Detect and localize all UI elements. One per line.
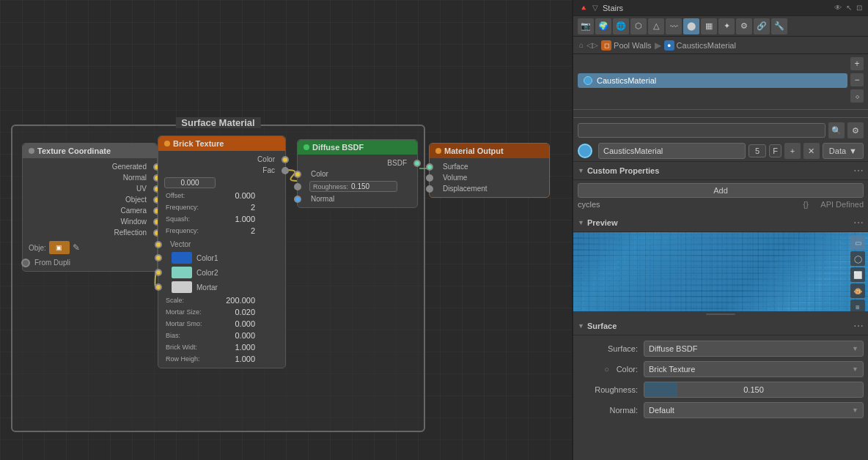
brick-scale-container[interactable]: Scale: 200.000 (163, 296, 258, 305)
brick-row-color-out: Color (158, 154, 285, 165)
surface-dots[interactable]: ⋯ (853, 320, 864, 332)
roughness-value-bar[interactable]: 0.150 (644, 382, 864, 398)
prop-cycles-row: cycles {} API Defined (578, 198, 864, 211)
preview-cube-btn[interactable]: ⬜ (850, 267, 865, 282)
search-area: 🔍 ⚙ (573, 120, 868, 141)
preview-hair-btn[interactable]: ≡ (850, 300, 865, 311)
material-settings-icon[interactable]: ⚙ (847, 122, 864, 138)
add-user-icon[interactable]: + (784, 143, 801, 159)
filter-icon: ▽ (592, 4, 598, 12)
breadcrumb-pool-walls[interactable]: ◻ Pool Walls (601, 40, 652, 51)
socket-brick-mortar-in[interactable] (155, 283, 162, 291)
toolbar-constraints-icon[interactable]: 🔗 (754, 18, 770, 34)
socket-brick-color1-in[interactable] (155, 254, 162, 261)
preview-monkey-btn[interactable]: 🐵 (850, 283, 865, 298)
brick-freq2-container[interactable]: Frequency: 2 (163, 226, 258, 235)
node-material-output[interactable]: Material Output Surface Volume Displacem… (429, 143, 550, 198)
brick-mortar-swatch[interactable] (172, 281, 192, 293)
node-diffuse-header: Diffuse BSDF (298, 140, 417, 155)
socket-brick-color2-in[interactable] (155, 269, 162, 276)
brick-color1-swatch[interactable] (172, 252, 192, 264)
brick-mortarsize-container[interactable]: Mortar Size: 0.020 (163, 308, 258, 316)
tc-row-camera: Camera (23, 205, 157, 216)
toolbar-mesh-icon[interactable]: △ (648, 18, 664, 34)
window-title: Stairs (603, 4, 623, 12)
socket-diffuse-bsdf-out[interactable] (413, 160, 421, 167)
section-preview[interactable]: ▼ Preview ⋯ (573, 214, 868, 232)
toolbar-scene-icon[interactable]: 🌍 (595, 18, 611, 34)
toolbar-particles-icon[interactable]: ✦ (718, 18, 735, 34)
socket-from-dupli[interactable] (21, 259, 30, 267)
tc-object-swatch[interactable]: ▣ (49, 241, 70, 254)
brick-bias-container[interactable]: Bias: 0.000 (163, 331, 258, 340)
remove-material-btn[interactable]: − (850, 73, 864, 86)
socket-matout-volume-in[interactable] (426, 174, 433, 182)
toolbar-curve-icon[interactable]: 〰 (666, 18, 682, 34)
node-diffuse-bsdf[interactable]: Diffuse BSDF BSDF Color Roughness: 0.150… (297, 139, 418, 208)
socket-diffuse-roughness-in[interactable] (294, 183, 301, 190)
add-prop-btn[interactable]: Add (578, 183, 864, 198)
socket-brick-color-out[interactable] (282, 156, 289, 163)
tc-eyedropper-icon[interactable]: ✎ (73, 242, 80, 253)
socket-brick-vector-in[interactable] (155, 241, 162, 248)
toolbar-material-icon[interactable]: ⬤ (683, 18, 699, 34)
socket-diffuse-normal-in[interactable] (294, 196, 301, 203)
maximize-icon[interactable]: ⊡ (856, 4, 862, 12)
preview-plane-btn[interactable]: ▭ (850, 235, 865, 250)
surface-prop-label: Surface: (578, 344, 644, 353)
material-name-input[interactable] (598, 143, 746, 159)
brick-offset-field[interactable]: 0.000 (164, 177, 216, 188)
delete-material-btn[interactable]: ✕ (803, 143, 820, 159)
toolbar-texture-icon[interactable]: ▦ (701, 18, 717, 34)
surface-tri-icon: ▼ (578, 322, 584, 330)
socket-diffuse-color-in[interactable] (294, 171, 301, 178)
preview-sphere-btn[interactable]: ◯ (850, 251, 865, 266)
toolbar-render-icon[interactable]: 📷 (578, 18, 594, 34)
color-value-dropdown[interactable]: Brick Texture ▼ (644, 361, 864, 377)
breadcrumb-home-icon[interactable]: ⌂ (579, 41, 584, 49)
spacer-1 (573, 112, 868, 115)
specials-material-btn[interactable]: ⬦ (850, 89, 864, 103)
breadcrumb-caustics-material[interactable]: ● CausticsMaterial (664, 40, 736, 51)
eye-icon[interactable]: 👁 (834, 4, 842, 12)
brick-squash-container[interactable]: Squash: 1.000 (163, 215, 258, 223)
node-texture-coordinate[interactable]: Texture Coordinate Generated Normal UV O… (22, 143, 158, 272)
cursor-icon[interactable]: ↖ (846, 4, 852, 12)
socket-brick-fac-out[interactable] (282, 167, 289, 174)
user-count-badge[interactable]: 5 (749, 144, 766, 157)
toolbar-world-icon[interactable]: 🌐 (613, 18, 629, 34)
section-surface[interactable]: ▼ Surface ⋯ (573, 317, 868, 335)
node-brick-texture[interactable]: Brick Texture Color Fac 0.000 Offset: 0.… (158, 136, 286, 368)
toolbar-modifiers-icon[interactable]: 🔧 (771, 18, 787, 34)
color-visibility-icon[interactable]: ○ (600, 363, 614, 376)
brick-rowheig-container[interactable]: Row Heigh: 1.000 (163, 355, 258, 363)
normal-field-row: Normal: Default ▼ (578, 400, 864, 420)
prop-api: API Defined (820, 200, 864, 209)
normal-value-dropdown[interactable]: Default ▼ (644, 402, 864, 418)
socket-matout-surface-in[interactable] (426, 163, 433, 171)
breadcrumb-nav-icon[interactable]: ◁▷ (586, 41, 598, 49)
section-custom-properties[interactable]: ▼ Custom Properties ⋯ (573, 162, 868, 180)
material-search-input[interactable] (578, 123, 825, 138)
toolbar-row: 📷 🌍 🌐 ⬡ △ 〰 ⬤ ▦ ✦ ⚙ 🔗 🔧 (573, 16, 868, 37)
browse-material-btn[interactable]: 🔍 (828, 122, 845, 138)
fake-user-badge[interactable]: F (769, 144, 781, 157)
brick-scale-row: Scale: 200.000 (158, 294, 285, 306)
brick-freq1-container[interactable]: Frequency: 2 (163, 203, 258, 212)
brick-brickwid-container[interactable]: Brick Widt: 1.000 (163, 343, 258, 352)
material-list-controls: + − ⬦ (850, 57, 864, 104)
custom-props-body: Add cycles {} API Defined (573, 180, 868, 214)
brick-color2-swatch[interactable] (172, 267, 192, 278)
toolbar-physics-icon[interactable]: ⚙ (736, 18, 752, 34)
add-material-btn[interactable]: + (850, 57, 864, 70)
toolbar-object-icon[interactable]: ⬡ (630, 18, 647, 34)
brick-offset-container[interactable]: Offset: 0.000 (163, 191, 258, 200)
material-item-caustics[interactable]: CausticsMaterial (578, 73, 847, 88)
socket-matout-displacement-in[interactable] (426, 185, 433, 193)
brick-mortarsmo-container[interactable]: Mortar Smo: 0.000 (163, 319, 258, 328)
custom-props-dots[interactable]: ⋯ (853, 165, 864, 177)
data-dropdown[interactable]: Data ▼ (823, 143, 864, 159)
surface-value-dropdown[interactable]: Diffuse BSDF ▼ (644, 341, 864, 357)
preview-dots[interactable]: ⋯ (853, 217, 864, 229)
diffuse-roughness-field[interactable]: Roughness: 0.150 (309, 181, 397, 192)
